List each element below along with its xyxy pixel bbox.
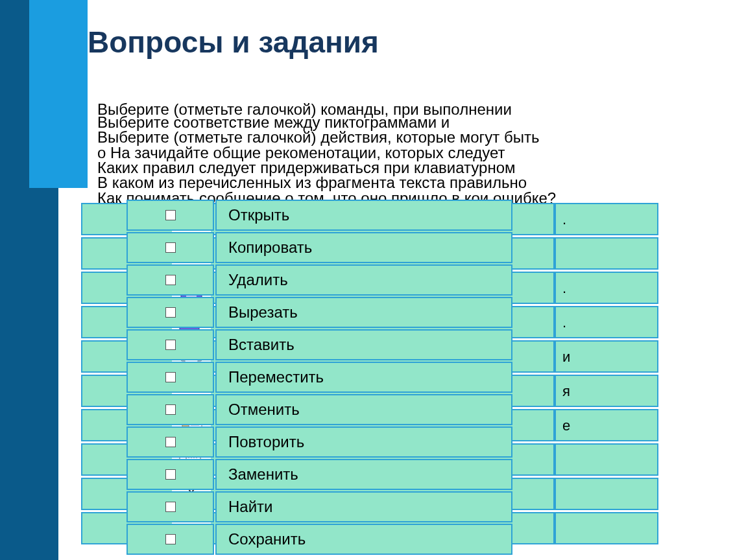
commands-table: Открыть Копировать Удалить Вырезать Вста…: [126, 200, 512, 556]
checkbox-cell[interactable]: [126, 200, 214, 231]
right-cell: и: [555, 340, 658, 373]
table-row: Удалить: [126, 264, 512, 296]
command-label: Копировать: [215, 232, 512, 263]
checkbox-cell[interactable]: [126, 362, 214, 393]
table-row: Повторить: [126, 426, 512, 458]
right-cell: .: [555, 272, 658, 304]
checkbox-cell[interactable]: [126, 329, 214, 360]
table-row: Открыть: [126, 200, 512, 231]
command-label: Найти: [215, 491, 512, 522]
page-title: Вопросы и задания: [88, 25, 379, 60]
table-row: Заменить: [126, 459, 512, 490]
command-label: Вырезать: [215, 297, 512, 328]
command-label: Заменить: [215, 459, 512, 490]
command-label: Отменить: [215, 394, 512, 425]
command-label: Вставить: [215, 329, 512, 360]
command-label: Переместить: [215, 362, 512, 393]
checkbox-cell[interactable]: [126, 491, 214, 522]
right-partial-column: . . . и я е: [555, 203, 658, 546]
checkbox-cell[interactable]: [126, 459, 214, 490]
table-row: Сохранить: [126, 524, 512, 555]
command-label: Удалить: [215, 264, 512, 296]
side-stripe-light: [29, 0, 88, 188]
command-label: Открыть: [215, 200, 512, 231]
checkbox-cell[interactable]: [126, 524, 214, 555]
right-cell: [555, 237, 658, 270]
right-cell: .: [555, 306, 658, 338]
right-cell: [555, 478, 658, 510]
right-cell: [555, 512, 658, 544]
table-row: Переместить: [126, 362, 512, 393]
checkbox-cell[interactable]: [126, 232, 214, 263]
checkbox-cell[interactable]: [126, 264, 214, 296]
checkbox-cell[interactable]: [126, 297, 214, 328]
table-row: Отменить: [126, 394, 512, 425]
right-cell: .: [555, 203, 658, 235]
command-label: Сохранить: [215, 524, 512, 555]
command-label: Повторить: [215, 426, 512, 458]
table-row: Копировать: [126, 232, 512, 263]
table-row: Вставить: [126, 329, 512, 360]
right-cell: е: [555, 409, 658, 441]
right-cell: я: [555, 375, 658, 407]
checkbox-cell[interactable]: [126, 426, 214, 458]
table-row: Найти: [126, 491, 512, 522]
checkbox-cell[interactable]: [126, 394, 214, 425]
table-row: Вырезать: [126, 297, 512, 328]
right-cell: [555, 443, 658, 476]
